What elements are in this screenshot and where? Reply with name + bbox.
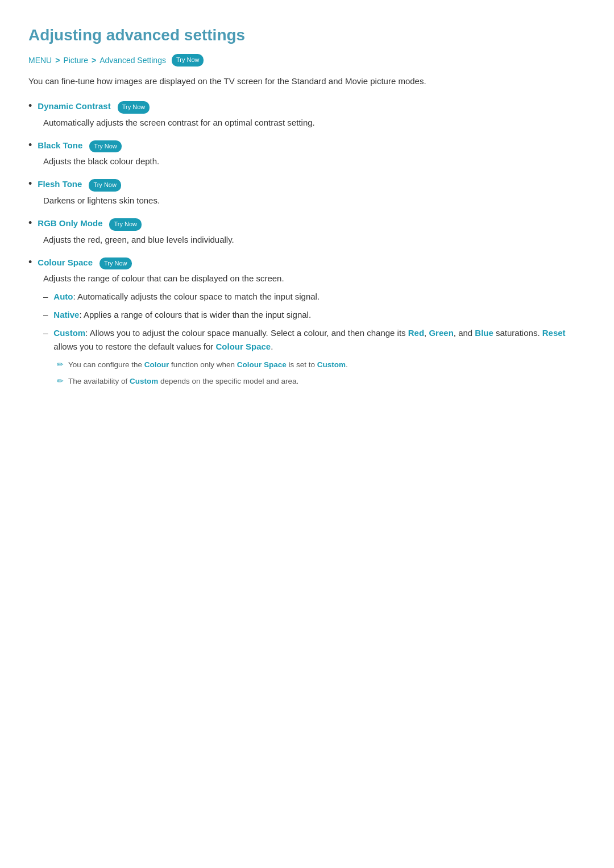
note-text-1: You can configure the Colour function on…: [68, 359, 348, 371]
page-title: Adjusting advanced settings: [28, 23, 586, 48]
colour-space-inline-link: Colour Space: [216, 342, 271, 351]
native-label: Native: [53, 310, 79, 319]
list-item-dynamic-contrast: • Dynamic Contrast Try Now Automatically…: [28, 99, 586, 130]
blue-link: Blue: [475, 328, 493, 338]
list-item-colour-space: • Colour Space Try Now Adjusts the range…: [28, 256, 586, 388]
note-icon-1: ✏: [57, 358, 64, 371]
breadcrumb-menu: MENU: [28, 54, 52, 67]
black-tone-label: Black Tone: [38, 139, 82, 152]
sub-custom-text: Custom: Allows you to adjust the colour …: [53, 326, 586, 354]
sub-dash: –: [43, 290, 48, 304]
sub-item-native: – Native: Applies a range of colours tha…: [43, 308, 586, 322]
try-now-badge-header[interactable]: Try Now: [172, 54, 204, 67]
rgb-only-label: RGB Only Mode: [38, 217, 102, 230]
breadcrumb-sep2: >: [92, 54, 96, 67]
colour-space-desc: Adjusts the range of colour that can be …: [43, 272, 586, 285]
red-link: Red: [408, 328, 424, 338]
colour-space-notes: ✏ You can configure the Colour function …: [57, 358, 586, 387]
custom-highlight-2: Custom: [130, 377, 158, 385]
note-text-2: The availability of Custom depends on th…: [68, 375, 298, 388]
rgb-only-desc: Adjusts the red, green, and blue levels …: [43, 233, 586, 247]
auto-label: Auto: [53, 292, 73, 301]
list-item-rgb-only: • RGB Only Mode Try Now Adjusts the red,…: [28, 217, 586, 247]
sub-dash: –: [43, 326, 48, 340]
try-now-badge-rgb-only[interactable]: Try Now: [109, 218, 142, 231]
bullet-dot: •: [28, 178, 32, 189]
colour-space-label: Colour Space: [38, 256, 93, 269]
list-item-flesh-tone: • Flesh Tone Try Now Darkens or lightens…: [28, 177, 586, 207]
bullet-dot: •: [28, 101, 32, 111]
custom-highlight-1: Custom: [317, 360, 346, 369]
sub-dash: –: [43, 308, 48, 322]
bullet-dot: •: [28, 218, 32, 228]
flesh-tone-label: Flesh Tone: [38, 177, 82, 191]
note-item-1: ✏ You can configure the Colour function …: [57, 358, 586, 371]
colour-space-sub-list: – Auto: Automatically adjusts the colour…: [43, 290, 586, 354]
green-link: Green: [429, 328, 453, 338]
bullet-dot: •: [28, 140, 32, 150]
breadcrumb-advanced: Advanced Settings: [99, 54, 166, 67]
dynamic-contrast-label: Dynamic Contrast: [38, 99, 110, 113]
note-icon-2: ✏: [57, 375, 64, 387]
settings-list: • Dynamic Contrast Try Now Automatically…: [28, 99, 586, 387]
try-now-badge-colour-space[interactable]: Try Now: [99, 258, 132, 270]
dynamic-contrast-desc: Automatically adjusts the screen contras…: [43, 116, 586, 130]
sub-native-text: Native: Applies a range of colours that …: [53, 308, 311, 322]
bullet-dot: •: [28, 257, 32, 267]
note-item-2: ✏ The availability of Custom depends on …: [57, 375, 586, 388]
breadcrumb: MENU > Picture > Advanced Settings Try N…: [28, 54, 586, 67]
flesh-tone-desc: Darkens or lightens skin tones.: [43, 194, 586, 207]
intro-text: You can fine-tune how images are display…: [28, 74, 586, 88]
try-now-badge-dynamic-contrast[interactable]: Try Now: [118, 101, 150, 114]
colour-space-highlight-1: Colour Space: [237, 360, 287, 369]
reset-link: Reset: [542, 328, 566, 338]
breadcrumb-picture: Picture: [63, 54, 88, 67]
sub-item-auto: – Auto: Automatically adjusts the colour…: [43, 290, 586, 304]
custom-label: Custom: [53, 328, 85, 338]
sub-auto-text: Auto: Automatically adjusts the colour s…: [53, 290, 320, 304]
try-now-badge-black-tone[interactable]: Try Now: [89, 140, 122, 153]
sub-item-custom: – Custom: Allows you to adjust the colou…: [43, 326, 586, 354]
try-now-badge-flesh-tone[interactable]: Try Now: [89, 179, 121, 192]
black-tone-desc: Adjusts the black colour depth.: [43, 155, 586, 168]
colour-highlight-1: Colour: [144, 360, 169, 369]
breadcrumb-sep1: >: [55, 54, 60, 67]
list-item-black-tone: • Black Tone Try Now Adjusts the black c…: [28, 139, 586, 169]
